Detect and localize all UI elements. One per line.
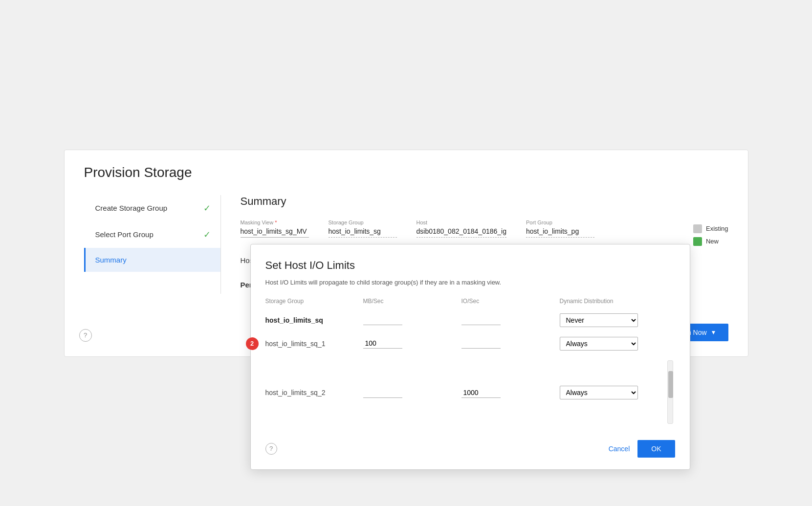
- sg-iosec-1: [461, 332, 560, 355]
- col-header-scroll: [667, 298, 675, 308]
- dialog-footer: ? Cancel OK: [265, 440, 675, 458]
- page-help-icon[interactable]: ?: [79, 329, 92, 342]
- dialog-ok-button[interactable]: OK: [637, 440, 675, 458]
- table-row: host_io_limits_sq_2 Never: [265, 355, 675, 430]
- sg-mbsec-1: [363, 332, 461, 355]
- table-row: 2 host_io_limits_sq_1: [265, 332, 675, 355]
- dialog-help-icon[interactable]: ?: [265, 443, 277, 455]
- iosec-input-main[interactable]: [461, 315, 501, 325]
- io-limits-table: Storage Group MB/Sec IO/Sec Dynamic Dist…: [265, 298, 675, 430]
- host-value: dsib0180_082_0184_0186_ig: [417, 227, 507, 238]
- sidebar-item-label: Select Port Group: [95, 230, 154, 239]
- distribution-select-1[interactable]: Never Always OnFailure: [560, 337, 638, 351]
- field-host: Host dsib0180_082_0184_0186_ig: [417, 220, 507, 238]
- iosec-input-1[interactable]: [461, 338, 501, 349]
- dialog-cancel-button[interactable]: Cancel: [609, 445, 630, 453]
- masking-view-value: host_io_limits_sg_MV: [241, 227, 309, 238]
- mbsec-input-1[interactable]: [363, 338, 402, 349]
- storage-group-label: Storage Group: [329, 220, 397, 225]
- col-header-mbsec: MB/Sec: [363, 298, 461, 308]
- sg-mbsec-2: [363, 355, 461, 430]
- sg-distribution-2: Never Always OnFailure: [560, 355, 667, 430]
- scrollbar-thumb: [668, 371, 673, 398]
- page-title: Provision Storage: [84, 165, 728, 180]
- content-area: Summary Masking View * host_io_limits_sg…: [221, 195, 728, 294]
- sg-distribution-main: Never Always OnFailure: [560, 308, 667, 332]
- summary-title: Summary: [241, 195, 728, 208]
- port-group-value: host_io_limits_pg: [526, 227, 594, 238]
- field-port-group: Port Group host_io_limits_pg: [526, 220, 594, 238]
- scrollbar-track[interactable]: [667, 360, 673, 424]
- sidebar-item-label: Summary: [95, 256, 127, 264]
- iosec-input-2[interactable]: [461, 388, 501, 398]
- check-icon-create: ✓: [203, 203, 211, 214]
- host-label: Host: [417, 220, 507, 225]
- badge-2: 2: [246, 337, 259, 350]
- main-layout: Create Storage Group ✓ Select Port Group…: [84, 195, 728, 294]
- sg-name-main: host_io_limits_sq: [265, 308, 363, 332]
- col-header-storage-group: Storage Group: [265, 298, 363, 308]
- legend-new: New: [693, 237, 728, 246]
- sg-name-1: 2 host_io_limits_sq_1: [265, 332, 363, 355]
- sg-name-2: host_io_limits_sq_2: [265, 355, 363, 430]
- legend-existing-box: [693, 224, 702, 233]
- field-masking-view: Masking View * host_io_limits_sg_MV: [241, 220, 309, 238]
- dialog-title: Set Host I/O Limits: [265, 259, 675, 272]
- sidebar-item-summary[interactable]: Summary: [84, 248, 220, 272]
- sg-mbsec-main: [363, 308, 461, 332]
- legend-new-label: New: [706, 238, 719, 245]
- chevron-down-icon: ▼: [711, 329, 717, 336]
- legend-new-box: [693, 237, 702, 246]
- legend-existing-label: Existing: [706, 225, 728, 232]
- legend-existing: Existing: [693, 224, 728, 233]
- col-header-dynamic-distribution: Dynamic Distribution: [560, 298, 667, 308]
- masking-view-label: Masking View *: [241, 220, 309, 225]
- col-header-iosec: IO/Sec: [461, 298, 560, 308]
- summary-fields: Masking View * host_io_limits_sg_MV Stor…: [241, 220, 728, 238]
- port-group-label: Port Group: [526, 220, 594, 225]
- io-table-wrapper: Storage Group MB/Sec IO/Sec Dynamic Dist…: [265, 298, 675, 430]
- distribution-select-main[interactable]: Never Always OnFailure: [560, 313, 638, 327]
- distribution-select-2[interactable]: Never Always OnFailure: [560, 386, 638, 399]
- check-icon-port: ✓: [203, 229, 211, 240]
- storage-group-value: host_io_limits_sg: [329, 227, 397, 238]
- page-container: Provision Storage Create Storage Group ✓…: [64, 150, 748, 357]
- sg-iosec-main: [461, 308, 560, 332]
- sidebar-item-select-port-group[interactable]: Select Port Group ✓: [84, 221, 220, 248]
- sidebar: Create Storage Group ✓ Select Port Group…: [84, 195, 221, 294]
- sidebar-item-create-storage-group[interactable]: Create Storage Group ✓: [84, 195, 220, 221]
- sidebar-item-label: Create Storage Group: [95, 204, 168, 212]
- mbsec-input-2[interactable]: [363, 388, 402, 398]
- legend: Existing New: [693, 224, 728, 246]
- sg-iosec-2: [461, 355, 560, 430]
- sg-distribution-1: Never Always OnFailure: [560, 332, 667, 355]
- table-row: host_io_limits_sq Never: [265, 308, 675, 332]
- field-storage-group: Storage Group host_io_limits_sg: [329, 220, 397, 238]
- mbsec-input-main[interactable]: [363, 315, 402, 325]
- set-host-io-limits-dialog: Set Host I/O Limits Host I/O Limits will…: [250, 244, 690, 470]
- dialog-description: Host I/O Limits will propagate to child …: [265, 279, 675, 286]
